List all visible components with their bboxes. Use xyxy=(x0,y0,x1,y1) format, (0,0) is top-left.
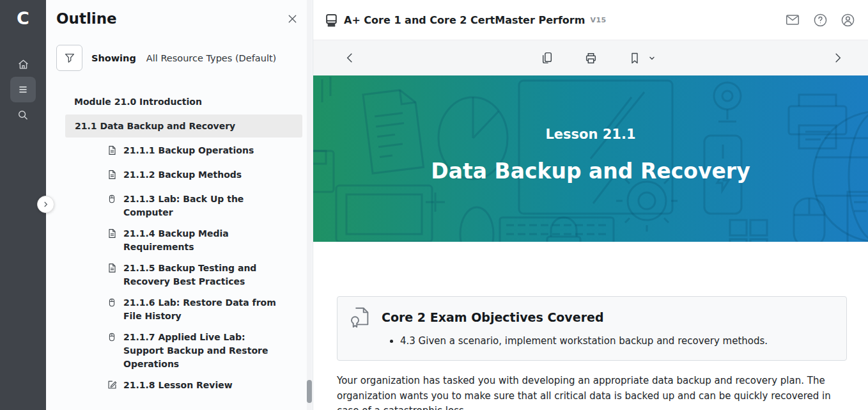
bookmark-menu-button[interactable] xyxy=(647,54,656,63)
outline-title: Outline xyxy=(56,10,117,27)
copy-button[interactable] xyxy=(540,51,554,65)
search-icon xyxy=(17,109,29,121)
lesson-number: Lesson 21.1 xyxy=(313,127,868,142)
messages-button[interactable] xyxy=(785,12,800,28)
document-icon xyxy=(107,228,117,239)
outline-header: Outline xyxy=(46,0,313,27)
course-header: A+ Core 1 and Core 2 CertMaster Perform … xyxy=(313,0,868,40)
chevron-left-icon xyxy=(344,52,356,64)
mail-icon xyxy=(785,12,800,28)
account-button[interactable] xyxy=(841,13,855,28)
exam-objectives-card: Core 2 Exam Objectives Covered 4.3 Given… xyxy=(337,296,847,361)
outline-item-21-1-2[interactable]: 21.1.2 Backup Methods xyxy=(46,168,313,185)
outline-item-21-1-7[interactable]: 21.1.7 Applied Live Lab: Support Backup … xyxy=(46,331,313,371)
mouse-icon xyxy=(107,332,117,342)
outline-item-21-1[interactable]: 21.1 Data Backup and Recovery xyxy=(65,114,302,138)
outline-item-label: 21.1.5 Backup Testing and Recovery Best … xyxy=(123,262,283,288)
document-icon xyxy=(107,145,117,155)
outline-item-21-2[interactable]: 21.2 Data Handling Best Practices xyxy=(65,403,302,410)
filter-button[interactable] xyxy=(56,45,82,71)
lesson-title: Data Backup and Recovery xyxy=(313,159,868,184)
objectives-heading: Core 2 Exam Objectives Covered xyxy=(382,310,604,324)
outline-item-21-1-4[interactable]: 21.1.4 Backup Media Requirements xyxy=(46,227,313,254)
outline-item-21-1-5[interactable]: 21.1.5 Backup Testing and Recovery Best … xyxy=(46,262,313,288)
document-icon xyxy=(107,263,117,273)
outline-panel: Outline Showing All Resource Types (Defa… xyxy=(46,0,313,410)
left-rail: C xyxy=(0,0,46,410)
outline-item-21-1-1[interactable]: 21.1.1 Backup Operations xyxy=(46,144,313,161)
outline-scrollbar-track[interactable] xyxy=(307,0,312,410)
mouse-icon xyxy=(107,297,117,308)
outline-item-21-1-6[interactable]: 21.1.6 Lab: Restore Data from File Histo… xyxy=(46,296,313,323)
funnel-icon xyxy=(64,52,75,64)
course-title: A+ Core 1 and Core 2 CertMaster Perform xyxy=(344,14,585,26)
account-icon xyxy=(841,13,855,28)
outline-item-label: 21.1.4 Backup Media Requirements xyxy=(123,227,283,254)
outline-nav: Module 21.0 Introduction 21.1 Data Backu… xyxy=(46,91,313,410)
certificate-document-icon xyxy=(349,306,372,329)
home-button[interactable] xyxy=(10,51,36,77)
document-icon xyxy=(107,170,117,180)
menu-icon xyxy=(17,84,29,95)
lesson-hero-banner: Lesson 21.1 Data Backup and Recovery xyxy=(313,75,868,242)
outline-item-label: 21.1.3 Lab: Back Up the Computer xyxy=(123,193,283,219)
outline-item-21-1-3[interactable]: 21.1.3 Lab: Back Up the Computer xyxy=(46,193,313,219)
help-button[interactable] xyxy=(813,13,828,28)
chevron-right-icon xyxy=(42,201,49,208)
outline-item-label: 21.1 Data Backup and Recovery xyxy=(75,121,235,131)
outline-item-21-1-8[interactable]: 21.1.8 Lesson Review xyxy=(46,379,313,395)
course-version-badge: V15 xyxy=(590,16,606,24)
search-button[interactable] xyxy=(10,102,36,128)
filter-row: Showing All Resource Types (Default) xyxy=(56,45,313,71)
filter-value[interactable]: All Resource Types (Default) xyxy=(146,53,276,63)
chevron-down-icon xyxy=(647,54,656,63)
copy-icon xyxy=(540,51,554,65)
mouse-icon xyxy=(107,194,117,204)
printer-icon xyxy=(584,51,598,65)
print-button[interactable] xyxy=(584,51,598,65)
bookmark-icon xyxy=(628,52,641,65)
main-area: A+ Core 1 and Core 2 CertMaster Perform … xyxy=(313,0,868,410)
outline-scrollbar-thumb[interactable] xyxy=(307,380,312,403)
outline-item-label: 21.1.1 Backup Operations xyxy=(123,144,254,157)
outline-item-label: 21.1.7 Applied Live Lab: Support Backup … xyxy=(123,331,283,371)
brand-logo: C xyxy=(17,6,29,31)
previous-page-button[interactable] xyxy=(344,52,356,64)
outline-item-module-21-0[interactable]: Module 21.0 Introduction xyxy=(46,91,313,112)
outline-item-label: 21.1.8 Lesson Review xyxy=(123,379,233,392)
lesson-content: Core 2 Exam Objectives Covered 4.3 Given… xyxy=(313,242,868,410)
outline-item-label: 21.1.6 Lab: Restore Data from File Histo… xyxy=(123,296,283,323)
help-icon xyxy=(813,13,828,28)
book-icon xyxy=(325,13,338,27)
panel-expand-button[interactable] xyxy=(37,196,54,213)
close-outline-button[interactable] xyxy=(286,13,298,25)
home-icon xyxy=(17,58,29,70)
close-icon xyxy=(286,13,298,25)
bookmark-button[interactable] xyxy=(628,52,641,65)
pencil-icon xyxy=(107,380,117,390)
lesson-intro-paragraph: Your organization has tasked you with de… xyxy=(337,374,847,410)
objective-item: 4.3 Given a scenario, implement workstat… xyxy=(400,334,833,349)
chevron-right-icon xyxy=(832,52,844,64)
outline-item-label: 21.1.2 Backup Methods xyxy=(123,168,242,182)
lesson-toolbar xyxy=(313,40,868,75)
showing-label: Showing xyxy=(91,53,136,63)
next-page-button[interactable] xyxy=(832,52,844,64)
outline-menu-button[interactable] xyxy=(10,77,36,102)
